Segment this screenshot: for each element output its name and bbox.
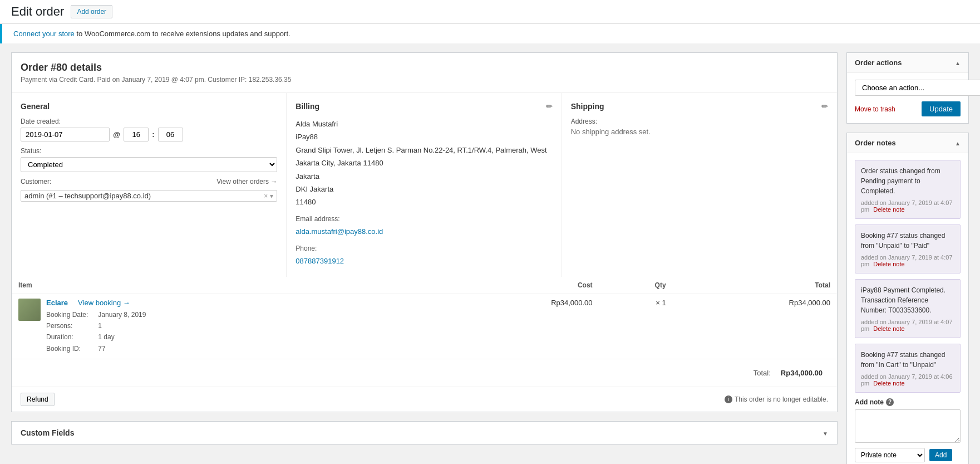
billing-state: DKI Jakarta	[296, 183, 552, 196]
item-info: Eclare View booking → Booking Date: Janu…	[46, 299, 146, 355]
billing-edit-icon[interactable]: ✏	[546, 102, 553, 111]
custom-fields-header[interactable]: Custom Fields	[12, 422, 837, 444]
col-cost: Cost	[435, 277, 599, 294]
note-text: Booking #77 status changed from "In Cart…	[861, 350, 954, 370]
notice-link[interactable]: Connect your store	[13, 30, 75, 38]
billing-company: iPay88	[296, 130, 552, 143]
notice-text: to WooCommerce.com to receive extensions…	[76, 30, 290, 38]
col-total: Total	[673, 277, 837, 294]
customer-value: admin (#1 – techsupport@ipay88.co.id)	[24, 192, 151, 200]
billing-phone-label: Phone:	[296, 243, 552, 255]
duration-label: Duration:	[46, 331, 96, 343]
action-select[interactable]: Choose an action... Email invoice / orde…	[855, 80, 980, 96]
col-qty: Qty	[599, 277, 673, 294]
view-booking-link[interactable]: View booking →	[78, 299, 130, 307]
refund-button[interactable]: Refund	[21, 393, 55, 406]
billing-info: Alda Mustafri iPay88 Grand Slipi Tower, …	[296, 118, 552, 268]
date-group: Date created: @ :	[21, 118, 277, 141]
note-meta: added on January 7, 2019 at 4:07 pm Dele…	[861, 199, 954, 213]
customer-select-wrapper: admin (#1 – techsupport@ipay88.co.id) × …	[21, 190, 277, 202]
page-title: Edit order	[11, 4, 64, 19]
view-other-orders-link[interactable]: View other orders →	[216, 178, 277, 185]
customer-row: Customer: View other orders →	[21, 178, 277, 188]
persons-label: Persons:	[46, 320, 96, 331]
order-details-meta: Payment via Credit Card. Paid on January…	[21, 76, 828, 84]
order-details-card: Order #80 details Payment via Credit Car…	[11, 52, 838, 412]
order-details-header: Order #80 details Payment via Credit Car…	[12, 53, 837, 93]
billing-address: Grand Slipi Tower, Jl. Letjen S. Parman …	[296, 144, 552, 170]
booking-id-label: Booking ID:	[46, 343, 96, 354]
shipping-section: Shipping ✏ Address: No shipping address …	[562, 93, 837, 277]
items-table: Item Cost Qty Total	[12, 277, 837, 360]
general-section-title: General	[21, 102, 277, 111]
note-meta: added on January 7, 2019 at 4:07 pm Dele…	[861, 254, 954, 267]
hour-input[interactable]	[124, 128, 149, 141]
billing-phone-link[interactable]: 087887391912	[296, 257, 344, 265]
totals-row: Total: Rp34,000.00	[12, 359, 837, 387]
list-item: Booking #77 status changed from "Unpaid"…	[855, 224, 961, 273]
items-footer-row: Refund i This order is no longer editabl…	[12, 387, 837, 412]
not-editable-notice: i This order is no longer editable.	[725, 395, 828, 403]
delete-note-link[interactable]: Delete note	[873, 325, 904, 332]
billing-name: Alda Mustafri	[296, 118, 552, 130]
booking-id-row: Booking ID: 77	[46, 343, 146, 354]
item-total: Rp34,000.00	[673, 294, 837, 359]
shipping-address-value: No shipping address set.	[571, 128, 828, 136]
page-header: Edit order Add order	[0, 0, 980, 24]
delete-note-link[interactable]: Delete note	[873, 261, 904, 267]
duration-value: 1 day	[98, 333, 114, 341]
custom-fields-chevron-icon	[823, 429, 828, 437]
add-note-footer: Private note Note to customer Add	[855, 448, 961, 462]
order-actions-body: Choose an action... Email invoice / orde…	[847, 73, 968, 123]
custom-fields-title: Custom Fields	[21, 428, 74, 437]
order-notes-list: Order status changed from Pending paymen…	[855, 160, 961, 393]
billing-section: Billing ✏ Alda Mustafri iPay88 Grand Sli…	[287, 93, 562, 277]
minute-input[interactable]	[158, 128, 183, 141]
order-actions-title: Order actions	[855, 58, 902, 67]
items-tbody: Eclare View booking → Booking Date: Janu…	[12, 294, 837, 359]
duration-row: Duration: 1 day	[46, 331, 146, 343]
date-input[interactable]	[21, 128, 110, 141]
main-content: Order #80 details Payment via Credit Car…	[11, 52, 838, 464]
total-value: Rp34,000.00	[776, 367, 827, 379]
billing-email-link[interactable]: alda.mustafri@ipay88.co.id	[296, 227, 383, 236]
delete-note-link[interactable]: Delete note	[873, 380, 904, 387]
customer-dropdown-icon[interactable]: ▾	[270, 192, 273, 200]
total-row: Total: Rp34,000.00	[749, 367, 827, 379]
move-to-trash-link[interactable]: Move to trash	[855, 105, 895, 113]
add-note-info-icon: ?	[886, 398, 894, 406]
order-notes-card: Order notes Order status changed from Pe…	[846, 133, 969, 464]
billing-postcode: 11480	[296, 196, 552, 208]
list-item: Booking #77 status changed from "In Cart…	[855, 344, 961, 393]
add-order-button[interactable]: Add order	[71, 5, 112, 18]
add-note-button[interactable]: Add	[929, 449, 952, 461]
note-type-select[interactable]: Private note Note to customer	[855, 448, 925, 462]
info-icon: i	[725, 395, 732, 403]
note-text: Order status changed from Pending paymen…	[861, 166, 954, 196]
update-button[interactable]: Update	[922, 101, 961, 116]
sidebar: Order actions Choose an action... Email …	[846, 52, 969, 464]
list-item: Order status changed from Pending paymen…	[855, 160, 961, 219]
booking-date-value: January 8, 2019	[98, 311, 146, 319]
shipping-section-title: Shipping ✏	[571, 102, 828, 111]
item-name-link[interactable]: Eclare	[46, 299, 68, 307]
item-name-wrapper: Eclare View booking → Booking Date: Janu…	[18, 299, 428, 355]
delete-note-link[interactable]: Delete note	[873, 206, 904, 213]
order-notes-header: Order notes	[847, 133, 968, 153]
order-notes-body: Order status changed from Pending paymen…	[847, 153, 968, 464]
add-note-section: Add note ? Private note Note to customer…	[855, 398, 961, 462]
item-qty: × 1	[599, 294, 673, 359]
add-note-textarea[interactable]	[855, 409, 961, 443]
notice-bar: Connect your store to WooCommerce.com to…	[0, 24, 980, 43]
persons-value: 1	[98, 322, 102, 330]
billing-city: Jakarta	[296, 170, 552, 183]
persons-row: Persons: 1	[46, 320, 146, 331]
status-select[interactable]: Completed	[21, 157, 277, 172]
time-separator: :	[152, 130, 154, 139]
general-section: General Date created: @ : Statu	[12, 93, 287, 277]
customer-clear-icon[interactable]: ×	[264, 192, 268, 200]
item-details: Booking Date: January 8, 2019 Persons: 1	[46, 309, 146, 355]
items-header-row: Item Cost Qty Total	[12, 277, 837, 294]
shipping-edit-icon[interactable]: ✏	[821, 102, 828, 111]
note-meta: added on January 7, 2019 at 4:07 pm Dele…	[861, 319, 954, 332]
